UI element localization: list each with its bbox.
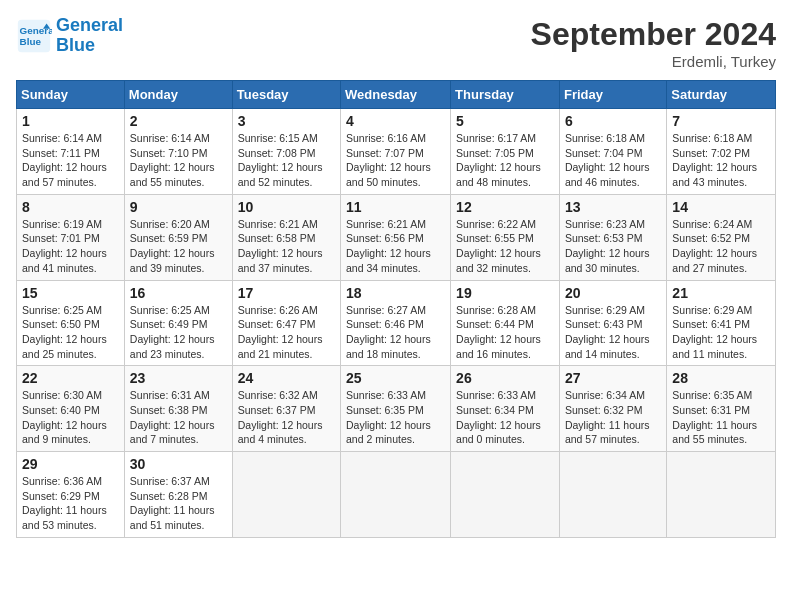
table-row: 4 Sunrise: 6:16 AMSunset: 7:07 PMDayligh… xyxy=(341,109,451,195)
day-info: Sunrise: 6:19 AMSunset: 7:01 PMDaylight:… xyxy=(22,218,107,274)
day-info: Sunrise: 6:20 AMSunset: 6:59 PMDaylight:… xyxy=(130,218,215,274)
day-info: Sunrise: 6:34 AMSunset: 6:32 PMDaylight:… xyxy=(565,389,650,445)
table-row: 14 Sunrise: 6:24 AMSunset: 6:52 PMDaylig… xyxy=(667,194,776,280)
day-info: Sunrise: 6:18 AMSunset: 7:04 PMDaylight:… xyxy=(565,132,650,188)
table-row xyxy=(341,452,451,538)
day-info: Sunrise: 6:28 AMSunset: 6:44 PMDaylight:… xyxy=(456,304,541,360)
table-row: 30 Sunrise: 6:37 AMSunset: 6:28 PMDaylig… xyxy=(124,452,232,538)
table-row: 1 Sunrise: 6:14 AMSunset: 7:11 PMDayligh… xyxy=(17,109,125,195)
day-info: Sunrise: 6:25 AMSunset: 6:50 PMDaylight:… xyxy=(22,304,107,360)
col-tuesday: Tuesday xyxy=(232,81,340,109)
day-info: Sunrise: 6:29 AMSunset: 6:43 PMDaylight:… xyxy=(565,304,650,360)
day-info: Sunrise: 6:14 AMSunset: 7:11 PMDaylight:… xyxy=(22,132,107,188)
table-row: 28 Sunrise: 6:35 AMSunset: 6:31 PMDaylig… xyxy=(667,366,776,452)
day-info: Sunrise: 6:31 AMSunset: 6:38 PMDaylight:… xyxy=(130,389,215,445)
table-row: 18 Sunrise: 6:27 AMSunset: 6:46 PMDaylig… xyxy=(341,280,451,366)
day-number: 30 xyxy=(130,456,227,472)
day-number: 16 xyxy=(130,285,227,301)
day-info: Sunrise: 6:14 AMSunset: 7:10 PMDaylight:… xyxy=(130,132,215,188)
day-info: Sunrise: 6:17 AMSunset: 7:05 PMDaylight:… xyxy=(456,132,541,188)
day-info: Sunrise: 6:26 AMSunset: 6:47 PMDaylight:… xyxy=(238,304,323,360)
day-info: Sunrise: 6:33 AMSunset: 6:35 PMDaylight:… xyxy=(346,389,431,445)
col-wednesday: Wednesday xyxy=(341,81,451,109)
table-row: 29 Sunrise: 6:36 AMSunset: 6:29 PMDaylig… xyxy=(17,452,125,538)
table-row: 6 Sunrise: 6:18 AMSunset: 7:04 PMDayligh… xyxy=(559,109,666,195)
day-info: Sunrise: 6:21 AMSunset: 6:56 PMDaylight:… xyxy=(346,218,431,274)
day-number: 2 xyxy=(130,113,227,129)
col-friday: Friday xyxy=(559,81,666,109)
location: Erdemli, Turkey xyxy=(531,53,776,70)
day-number: 15 xyxy=(22,285,119,301)
table-row: 22 Sunrise: 6:30 AMSunset: 6:40 PMDaylig… xyxy=(17,366,125,452)
day-number: 25 xyxy=(346,370,445,386)
day-number: 27 xyxy=(565,370,661,386)
day-info: Sunrise: 6:35 AMSunset: 6:31 PMDaylight:… xyxy=(672,389,757,445)
table-row: 7 Sunrise: 6:18 AMSunset: 7:02 PMDayligh… xyxy=(667,109,776,195)
table-row: 13 Sunrise: 6:23 AMSunset: 6:53 PMDaylig… xyxy=(559,194,666,280)
calendar-header-row: Sunday Monday Tuesday Wednesday Thursday… xyxy=(17,81,776,109)
calendar-week-3: 15 Sunrise: 6:25 AMSunset: 6:50 PMDaylig… xyxy=(17,280,776,366)
day-number: 10 xyxy=(238,199,335,215)
day-number: 20 xyxy=(565,285,661,301)
table-row xyxy=(667,452,776,538)
table-row: 10 Sunrise: 6:21 AMSunset: 6:58 PMDaylig… xyxy=(232,194,340,280)
day-info: Sunrise: 6:22 AMSunset: 6:55 PMDaylight:… xyxy=(456,218,541,274)
logo-text: GeneralBlue xyxy=(56,16,123,56)
table-row: 15 Sunrise: 6:25 AMSunset: 6:50 PMDaylig… xyxy=(17,280,125,366)
day-number: 5 xyxy=(456,113,554,129)
day-number: 6 xyxy=(565,113,661,129)
page-header: General Blue GeneralBlue September 2024 … xyxy=(16,16,776,70)
day-info: Sunrise: 6:29 AMSunset: 6:41 PMDaylight:… xyxy=(672,304,757,360)
day-info: Sunrise: 6:32 AMSunset: 6:37 PMDaylight:… xyxy=(238,389,323,445)
col-monday: Monday xyxy=(124,81,232,109)
day-number: 17 xyxy=(238,285,335,301)
logo-icon: General Blue xyxy=(16,18,52,54)
day-info: Sunrise: 6:33 AMSunset: 6:34 PMDaylight:… xyxy=(456,389,541,445)
col-saturday: Saturday xyxy=(667,81,776,109)
day-number: 8 xyxy=(22,199,119,215)
table-row: 5 Sunrise: 6:17 AMSunset: 7:05 PMDayligh… xyxy=(451,109,560,195)
day-info: Sunrise: 6:21 AMSunset: 6:58 PMDaylight:… xyxy=(238,218,323,274)
day-info: Sunrise: 6:27 AMSunset: 6:46 PMDaylight:… xyxy=(346,304,431,360)
day-number: 18 xyxy=(346,285,445,301)
day-number: 4 xyxy=(346,113,445,129)
day-number: 13 xyxy=(565,199,661,215)
table-row: 21 Sunrise: 6:29 AMSunset: 6:41 PMDaylig… xyxy=(667,280,776,366)
day-number: 29 xyxy=(22,456,119,472)
col-sunday: Sunday xyxy=(17,81,125,109)
day-info: Sunrise: 6:15 AMSunset: 7:08 PMDaylight:… xyxy=(238,132,323,188)
col-thursday: Thursday xyxy=(451,81,560,109)
calendar-week-5: 29 Sunrise: 6:36 AMSunset: 6:29 PMDaylig… xyxy=(17,452,776,538)
day-number: 14 xyxy=(672,199,770,215)
day-info: Sunrise: 6:24 AMSunset: 6:52 PMDaylight:… xyxy=(672,218,757,274)
day-number: 3 xyxy=(238,113,335,129)
day-number: 24 xyxy=(238,370,335,386)
day-number: 26 xyxy=(456,370,554,386)
table-row: 23 Sunrise: 6:31 AMSunset: 6:38 PMDaylig… xyxy=(124,366,232,452)
calendar-week-4: 22 Sunrise: 6:30 AMSunset: 6:40 PMDaylig… xyxy=(17,366,776,452)
table-row: 17 Sunrise: 6:26 AMSunset: 6:47 PMDaylig… xyxy=(232,280,340,366)
table-row: 20 Sunrise: 6:29 AMSunset: 6:43 PMDaylig… xyxy=(559,280,666,366)
day-info: Sunrise: 6:23 AMSunset: 6:53 PMDaylight:… xyxy=(565,218,650,274)
day-number: 1 xyxy=(22,113,119,129)
day-number: 28 xyxy=(672,370,770,386)
day-number: 19 xyxy=(456,285,554,301)
table-row xyxy=(559,452,666,538)
logo: General Blue GeneralBlue xyxy=(16,16,123,56)
table-row xyxy=(451,452,560,538)
table-row: 27 Sunrise: 6:34 AMSunset: 6:32 PMDaylig… xyxy=(559,366,666,452)
title-block: September 2024 Erdemli, Turkey xyxy=(531,16,776,70)
table-row: 9 Sunrise: 6:20 AMSunset: 6:59 PMDayligh… xyxy=(124,194,232,280)
day-info: Sunrise: 6:25 AMSunset: 6:49 PMDaylight:… xyxy=(130,304,215,360)
table-row: 12 Sunrise: 6:22 AMSunset: 6:55 PMDaylig… xyxy=(451,194,560,280)
table-row: 3 Sunrise: 6:15 AMSunset: 7:08 PMDayligh… xyxy=(232,109,340,195)
day-info: Sunrise: 6:16 AMSunset: 7:07 PMDaylight:… xyxy=(346,132,431,188)
day-number: 11 xyxy=(346,199,445,215)
svg-text:Blue: Blue xyxy=(20,36,42,47)
day-info: Sunrise: 6:37 AMSunset: 6:28 PMDaylight:… xyxy=(130,475,215,531)
calendar-table: Sunday Monday Tuesday Wednesday Thursday… xyxy=(16,80,776,538)
calendar-week-2: 8 Sunrise: 6:19 AMSunset: 7:01 PMDayligh… xyxy=(17,194,776,280)
day-info: Sunrise: 6:36 AMSunset: 6:29 PMDaylight:… xyxy=(22,475,107,531)
table-row: 11 Sunrise: 6:21 AMSunset: 6:56 PMDaylig… xyxy=(341,194,451,280)
day-number: 23 xyxy=(130,370,227,386)
